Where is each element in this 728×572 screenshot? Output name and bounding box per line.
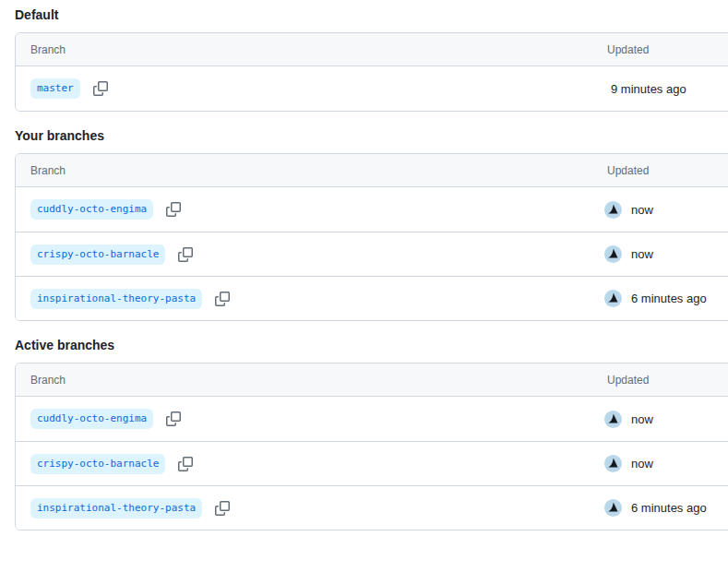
branch-row: cuddly-octo-engima now xyxy=(16,397,728,441)
table-body: master 9 minutes ago xyxy=(16,66,728,111)
updated-cell: now xyxy=(604,201,728,219)
committer-avatar[interactable] xyxy=(604,201,622,219)
branch-name-link[interactable]: master xyxy=(30,78,80,99)
branch-column-header: Branch xyxy=(16,164,604,177)
copy-branch-name-button[interactable] xyxy=(93,81,108,96)
copy-icon xyxy=(166,411,181,426)
branch-section: Default Branch Updated master xyxy=(15,7,728,112)
branches-page: Default Branch Updated master xyxy=(0,0,728,530)
copy-icon xyxy=(93,81,108,96)
branch-name-link[interactable]: cuddly-octo-engima xyxy=(30,409,153,429)
updated-cell: 6 minutes ago xyxy=(604,290,728,307)
branch-row: cuddly-octo-engima now xyxy=(16,187,728,232)
table-body: cuddly-octo-engima now xyxy=(16,397,728,530)
updated-time: now xyxy=(631,457,653,471)
updated-time: 6 minutes ago xyxy=(631,501,707,515)
copy-icon xyxy=(215,501,230,516)
copy-branch-name-button[interactable] xyxy=(166,202,181,217)
copy-icon xyxy=(178,247,193,262)
table-header-row: Branch Updated xyxy=(16,33,728,66)
updated-time: 6 minutes ago xyxy=(631,292,707,305)
branch-row: crispy-octo-barnacle now xyxy=(16,232,728,276)
table-body: cuddly-octo-engima now xyxy=(16,187,728,320)
branch-column-header: Branch xyxy=(16,43,604,56)
copy-icon xyxy=(178,457,193,471)
branch-name-link[interactable]: crispy-octo-barnacle xyxy=(30,454,165,474)
branch-cell: inspirational-theory-pasta xyxy=(16,289,604,309)
updated-cell: now xyxy=(604,455,728,472)
updated-cell: 6 minutes ago xyxy=(604,499,728,517)
updated-column-header: Updated xyxy=(604,43,728,56)
branch-cell: master xyxy=(16,78,604,99)
branch-table: Branch Updated cuddly-octo-engima xyxy=(15,363,728,530)
section-heading: Active branches xyxy=(15,338,728,353)
committer-avatar[interactable] xyxy=(604,411,622,428)
updated-time: 9 minutes ago xyxy=(611,82,686,96)
avatar-image xyxy=(604,245,622,263)
avatar-image xyxy=(604,499,622,517)
updated-column-header: Updated xyxy=(604,374,728,387)
copy-branch-name-button[interactable] xyxy=(215,501,230,516)
branch-column-header: Branch xyxy=(16,374,604,387)
updated-time: now xyxy=(631,247,653,261)
table-header-row: Branch Updated xyxy=(16,154,728,187)
updated-cell: 9 minutes ago xyxy=(604,82,728,96)
committer-avatar[interactable] xyxy=(604,290,622,307)
branch-row: crispy-octo-barnacle now xyxy=(16,441,728,485)
updated-time: now xyxy=(631,203,653,217)
branch-cell: crispy-octo-barnacle xyxy=(16,454,604,474)
branch-cell: inspirational-theory-pasta xyxy=(16,498,604,518)
updated-column-header: Updated xyxy=(604,164,728,177)
branch-section: Active branches Branch Updated cuddly-oc… xyxy=(15,338,728,530)
branch-name-link[interactable]: cuddly-octo-engima xyxy=(30,199,153,220)
committer-avatar[interactable] xyxy=(604,245,622,263)
copy-branch-name-button[interactable] xyxy=(178,457,193,471)
table-header-row: Branch Updated xyxy=(16,363,728,397)
branch-row: master 9 minutes ago xyxy=(16,66,728,111)
branch-section: Your branches Branch Updated cuddly-octo… xyxy=(15,128,728,321)
avatar-image xyxy=(604,290,622,307)
branch-cell: crispy-octo-barnacle xyxy=(16,244,604,265)
updated-cell: now xyxy=(604,411,728,428)
branch-row: inspirational-theory-pasta 6 minutes ago xyxy=(16,485,728,530)
avatar-image xyxy=(604,411,622,428)
updated-time: now xyxy=(631,412,653,426)
branch-table: Branch Updated cuddly-octo-engima xyxy=(15,153,728,321)
section-heading: Default xyxy=(15,7,728,23)
branch-cell: cuddly-octo-engima xyxy=(16,199,604,220)
branch-cell: cuddly-octo-engima xyxy=(16,409,604,429)
committer-avatar[interactable] xyxy=(604,499,622,517)
copy-branch-name-button[interactable] xyxy=(178,247,193,262)
branch-name-link[interactable]: crispy-octo-barnacle xyxy=(30,244,165,265)
branch-name-link[interactable]: inspirational-theory-pasta xyxy=(30,498,202,518)
updated-cell: now xyxy=(604,245,728,263)
copy-branch-name-button[interactable] xyxy=(215,292,230,306)
copy-icon xyxy=(166,202,181,217)
branch-table: Branch Updated master 9 minutes ago xyxy=(15,32,728,112)
avatar-image xyxy=(604,455,622,472)
branch-row: inspirational-theory-pasta 6 minutes ago xyxy=(16,276,728,320)
section-heading: Your branches xyxy=(15,128,728,144)
branch-name-link[interactable]: inspirational-theory-pasta xyxy=(30,289,202,309)
avatar-image xyxy=(604,201,622,219)
committer-avatar[interactable] xyxy=(604,455,622,472)
copy-icon xyxy=(215,292,230,306)
copy-branch-name-button[interactable] xyxy=(166,411,181,426)
